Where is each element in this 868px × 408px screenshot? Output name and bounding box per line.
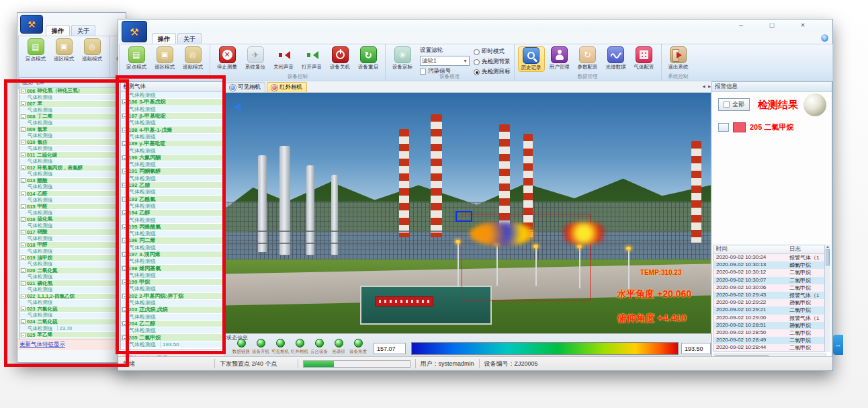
tab-visible-camera[interactable]: 可见相机: [225, 82, 265, 92]
parameter-config-button[interactable]: ↻ 参数配置: [574, 46, 601, 71]
gas-item-row[interactable]: -187β-甲基吡啶: [121, 113, 224, 120]
device-restart-button[interactable]: ↻ 设备重启: [355, 46, 382, 71]
gas-item-row[interactable]: -020二氧化氮: [19, 268, 125, 274]
expander-icon[interactable]: -: [122, 141, 127, 146]
gas-item-row[interactable]: -025苯乙烯: [19, 332, 125, 339]
open-sound-button[interactable]: 打开声音: [298, 46, 325, 71]
expander-icon[interactable]: -: [21, 192, 26, 196]
expander-icon[interactable]: -: [21, 89, 26, 93]
system-reset-button[interactable]: ✈ 系统复位: [242, 46, 269, 71]
alarm-gas-item[interactable]: 205 二氯甲烷: [718, 122, 793, 132]
gas-item-row[interactable]: -014乙醛: [19, 191, 125, 198]
expander-icon[interactable]: -: [122, 155, 127, 160]
expander-icon[interactable]: -: [21, 268, 26, 273]
gas-item-row[interactable]: -199甲烷: [121, 279, 224, 286]
log-row[interactable]: 2020-09-02 10:30:12二氯甲烷: [714, 269, 826, 276]
expander-icon[interactable]: -: [21, 165, 26, 170]
expander-icon[interactable]: -: [122, 169, 127, 173]
expander-icon[interactable]: -: [122, 252, 127, 257]
expander-icon[interactable]: -: [122, 225, 127, 229]
expander-icon[interactable]: -: [122, 114, 127, 118]
expander-icon[interactable]: -: [21, 127, 26, 132]
expander-icon[interactable]: -: [122, 99, 127, 104]
expander-icon[interactable]: -: [21, 114, 26, 119]
area-scan-mode-button[interactable]: ▣ 巡区模式: [50, 38, 77, 63]
expander-icon[interactable]: -: [21, 101, 26, 106]
log-row[interactable]: 2020-09-02 10:29:00报警气体（1种）: [714, 315, 826, 322]
gas-item-row[interactable]: -190六氟丙酮: [121, 155, 224, 161]
pan-left-arrow-icon[interactable]: [228, 102, 241, 112]
gas-item-row[interactable]: -194乙醇: [121, 210, 224, 216]
gas-item-row[interactable]: -193乙酰氯: [121, 196, 224, 202]
gas-item-row[interactable]: -011二硫化碳: [19, 152, 125, 159]
expander-icon[interactable]: -: [122, 321, 127, 326]
gas-item-row[interactable]: -191丙酮氰醇: [121, 168, 224, 175]
history-record-button[interactable]: 历史记录: [518, 46, 545, 72]
gas-item-row[interactable]: -1884-甲基-1-戊烯: [121, 126, 224, 133]
log-row[interactable]: 2020-09-02 10:28:44二氯甲烷: [714, 344, 826, 352]
mute-sound-button[interactable]: 关闭声音: [270, 46, 297, 71]
radio-option[interactable]: 即时模式: [474, 48, 511, 56]
gas-item-row[interactable]: -015甲醛: [19, 204, 125, 210]
side-panel-toggle-icon[interactable]: ↔: [833, 335, 843, 355]
expander-icon[interactable]: -: [122, 294, 127, 298]
spectrum-data-button[interactable]: 光谱数据: [603, 46, 630, 71]
log-row[interactable]: 2020-09-02 10:29:43报警气体（1种）: [714, 292, 826, 299]
expander-icon[interactable]: -: [122, 238, 127, 243]
gas-item-row[interactable]: -0221,1,1,2-四氯乙烷: [19, 294, 125, 300]
device-shutdown-button[interactable]: 设备关机: [327, 46, 353, 71]
tab-infrared-camera[interactable]: 红外相机: [267, 82, 307, 92]
fixed-point-mode-button[interactable]: ▤ 定点模式: [123, 46, 150, 71]
gas-item-row[interactable]: -010氯仿: [19, 139, 125, 146]
log-row[interactable]: 2020-09-02 10:30:06二氯甲烷: [714, 284, 826, 292]
gas-item-row[interactable]: -019溴甲烷: [19, 255, 125, 261]
expander-icon[interactable]: -: [21, 333, 26, 337]
gas-item-row[interactable]: -203正戊烷,戊烷: [121, 307, 224, 313]
gas-item-row[interactable]: -009氯苯: [19, 126, 125, 133]
gas-config-button[interactable]: 气体配置: [631, 46, 658, 71]
camera-view[interactable]: TEMP:310.23 水平角度 +20.060 俯仰角度 +4.410: [224, 93, 711, 334]
expander-icon[interactable]: -: [21, 255, 26, 260]
dock-arrows-icon[interactable]: ◄ ►: [701, 84, 712, 89]
log-row[interactable]: 2020-09-02 10:29:21二氯甲烷: [714, 307, 826, 314]
log-row[interactable]: 2020-09-02 10:28:49二氯甲烷: [714, 337, 826, 344]
stop-measure-button[interactable]: ✕ 停止测量: [214, 46, 241, 71]
expander-icon[interactable]: -: [122, 307, 127, 312]
expander-icon[interactable]: -: [21, 153, 26, 157]
gas-item-row[interactable]: -018甲醇: [19, 242, 125, 249]
expander-icon[interactable]: -: [122, 128, 127, 132]
gas-item-row[interactable]: -021磷化氢: [19, 280, 125, 287]
expander-icon[interactable]: -: [21, 230, 26, 235]
expander-icon[interactable]: -: [21, 217, 26, 222]
gas-item-row[interactable]: -023六氟化硫: [19, 307, 125, 313]
close-button[interactable]: ×: [793, 21, 812, 29]
log-row[interactable]: 2020-09-02 10:30:07二氯甲烷: [714, 277, 826, 284]
gas-item-row[interactable]: -196丙二烯: [121, 237, 224, 244]
gas-item-row[interactable]: -012环氧氯丙烷，表氯醇: [19, 165, 125, 172]
radio-option[interactable]: 先检测背景: [474, 58, 511, 66]
device-calibration-button[interactable]: ✳ 设备定标: [389, 46, 416, 71]
gas-item-row[interactable]: -198烯丙基氯: [121, 265, 224, 272]
exit-system-button[interactable]: 退出系统: [665, 46, 692, 71]
gas-item-icon[interactable]: [718, 123, 729, 132]
help-icon[interactable]: ?: [821, 34, 828, 42]
expander-icon[interactable]: -: [21, 281, 26, 286]
gas-item-row[interactable]: -006砷化氢（砷化三氢）: [19, 88, 125, 95]
gas-item-row[interactable]: -1973-溴丙烯: [121, 251, 224, 258]
gas-item-row[interactable]: -2022-甲基丙烷;异丁烷: [121, 293, 224, 300]
gas-item-row[interactable]: -008丁二烯: [19, 114, 125, 120]
fixed-point-mode-button[interactable]: ▤ 定点模式: [22, 38, 49, 63]
log-row[interactable]: 2020-09-02 10:28:51二氯甲烷: [714, 322, 826, 329]
cruise-mode-button[interactable]: ◎ 巡航模式: [179, 46, 206, 71]
filter-wheel-select[interactable]: 滤轮1▼: [420, 56, 470, 66]
log-scrollbar[interactable]: ▲: [824, 245, 830, 352]
gas-item-row[interactable]: -013醋酸: [19, 178, 125, 185]
select-all-button[interactable]: 全部: [718, 98, 750, 111]
expander-icon[interactable]: -: [21, 140, 26, 145]
cruise-mode-button[interactable]: ◎ 巡航模式: [79, 38, 105, 63]
gas-item-row[interactable]: -189γ-甲基吡啶: [121, 140, 224, 147]
expander-icon[interactable]: -: [122, 210, 127, 215]
area-scan-mode-button[interactable]: ▣ 巡区模式: [151, 46, 178, 71]
gas-item-row[interactable]: -1863-甲基戊烷: [121, 99, 224, 106]
log-row[interactable]: 2020-09-02 10:29:22二氯甲烷: [714, 299, 826, 307]
